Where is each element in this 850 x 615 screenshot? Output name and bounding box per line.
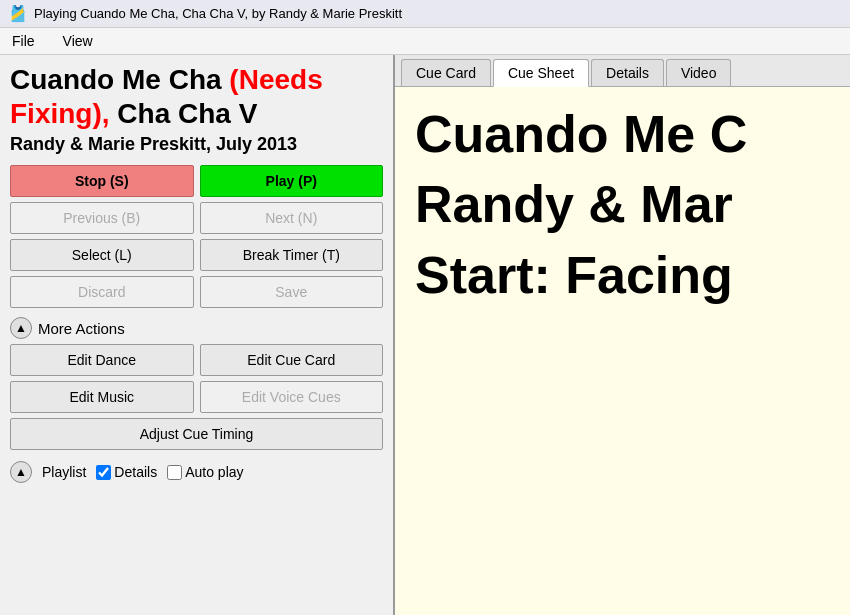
cue-sheet-title: Cuando Me C	[415, 103, 830, 165]
next-button[interactable]: Next (N)	[200, 202, 384, 234]
details-checkbox-label: Details	[96, 464, 157, 480]
edit-music-button[interactable]: Edit Music	[10, 381, 194, 413]
menu-file[interactable]: File	[8, 31, 39, 51]
discard-button[interactable]: Discard	[10, 276, 194, 308]
stop-button[interactable]: Stop (S)	[10, 165, 194, 197]
edit-music-voicecues-row: Edit Music Edit Voice Cues	[10, 381, 383, 413]
details-checkbox[interactable]	[96, 465, 111, 480]
stop-play-row: Stop (S) Play (P)	[10, 165, 383, 197]
tab-cue-sheet[interactable]: Cue Sheet	[493, 59, 589, 87]
cue-sheet-start: Start: Facing	[415, 244, 830, 306]
tab-details[interactable]: Details	[591, 59, 664, 86]
menubar: File View	[0, 28, 850, 55]
bottom-row: ▲ Playlist Details Auto play	[10, 461, 383, 483]
more-actions-label: More Actions	[38, 320, 125, 337]
autoplay-checkbox-label: Auto play	[167, 464, 243, 480]
edit-voice-cues-button[interactable]: Edit Voice Cues	[200, 381, 384, 413]
cue-sheet-artist: Randy & Mar	[415, 173, 830, 235]
edit-dance-cuecardrow: Edit Dance Edit Cue Card	[10, 344, 383, 376]
tab-video[interactable]: Video	[666, 59, 732, 86]
main-layout: Cuando Me Cha (Needs Fixing), Cha Cha V …	[0, 55, 850, 615]
previous-button[interactable]: Previous (B)	[10, 202, 194, 234]
select-breaktimer-row: Select (L) Break Timer (T)	[10, 239, 383, 271]
titlebar-text: Playing Cuando Me Cha, Cha Cha V, by Ran…	[34, 6, 402, 21]
autoplay-checkbox[interactable]	[167, 465, 182, 480]
song-title: Cuando Me Cha (Needs Fixing), Cha Cha V	[10, 63, 383, 130]
tabs-bar: Cue Card Cue Sheet Details Video	[395, 55, 850, 87]
adjust-cue-timing-button[interactable]: Adjust Cue Timing	[10, 418, 383, 450]
select-button[interactable]: Select (L)	[10, 239, 194, 271]
more-actions-row: ▲ More Actions	[10, 317, 383, 339]
play-button[interactable]: Play (P)	[200, 165, 384, 197]
details-label: Details	[114, 464, 157, 480]
autoplay-label: Auto play	[185, 464, 243, 480]
prev-next-row: Previous (B) Next (N)	[10, 202, 383, 234]
more-actions-chevron: ▲	[15, 321, 27, 335]
left-panel: Cuando Me Cha (Needs Fixing), Cha Cha V …	[0, 55, 395, 615]
song-title-part2: Cha Cha V	[117, 98, 257, 129]
edit-cue-card-button[interactable]: Edit Cue Card	[200, 344, 384, 376]
titlebar: 🎽 Playing Cuando Me Cha, Cha Cha V, by R…	[0, 0, 850, 28]
song-title-part1: Cuando Me Cha	[10, 64, 222, 95]
edit-dance-button[interactable]: Edit Dance	[10, 344, 194, 376]
song-meta: Randy & Marie Preskitt, July 2013	[10, 134, 383, 155]
playlist-toggle[interactable]: ▲	[10, 461, 32, 483]
discard-save-row: Discard Save	[10, 276, 383, 308]
cue-sheet-content: Cuando Me C Randy & Mar Start: Facing	[395, 87, 850, 615]
playlist-label: Playlist	[42, 464, 86, 480]
more-actions-toggle[interactable]: ▲	[10, 317, 32, 339]
menu-view[interactable]: View	[59, 31, 97, 51]
playlist-chevron: ▲	[15, 465, 27, 479]
right-panel: Cue Card Cue Sheet Details Video Cuando …	[395, 55, 850, 615]
break-timer-button[interactable]: Break Timer (T)	[200, 239, 384, 271]
tab-cue-card[interactable]: Cue Card	[401, 59, 491, 86]
app-icon: 🎽	[8, 4, 28, 23]
save-button[interactable]: Save	[200, 276, 384, 308]
